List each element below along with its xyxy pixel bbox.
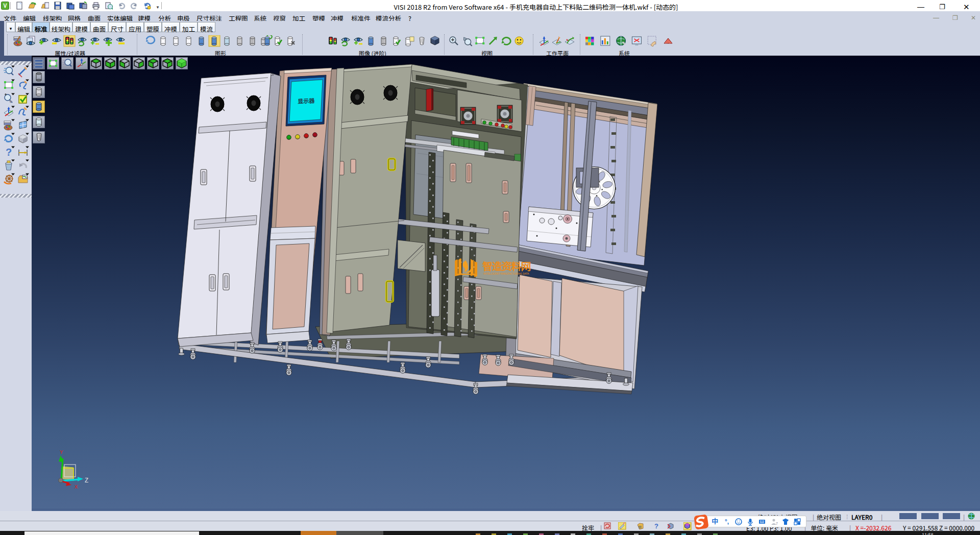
svg-text:Z: Z [85, 477, 88, 484]
svg-text:显示器: 显示器 [298, 96, 315, 105]
svg-text:°,: °, [725, 518, 729, 525]
svg-text:Y: Y [60, 449, 63, 455]
svg-text:?: ? [654, 522, 658, 530]
svg-text:中: 中 [712, 518, 718, 526]
svg-text:智造资料网: 智造资料网 [482, 258, 530, 273]
svg-text:X: X [75, 484, 78, 490]
svg-text:?: ? [6, 147, 12, 158]
svg-text:INTELLIGENT MANUFACTURING DATA: INTELLIGENT MANUFACTURING DATA [483, 272, 529, 275]
svg-text:7: 7 [776, 521, 778, 526]
